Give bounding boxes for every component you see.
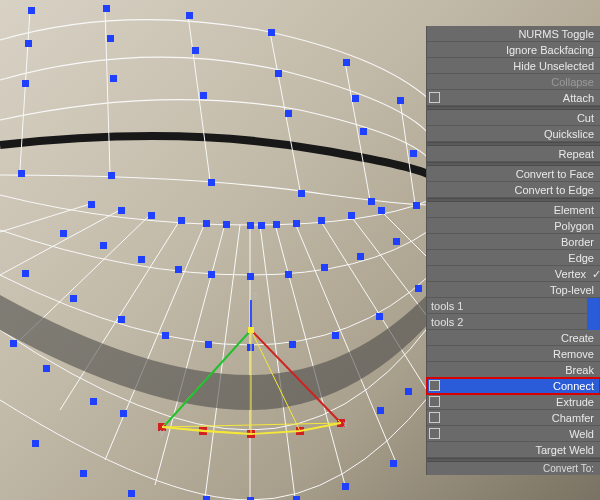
- svg-rect-73: [120, 410, 127, 417]
- context-menu[interactable]: NURMS Toggle Ignore Backfacing Hide Unse…: [426, 26, 600, 475]
- svg-rect-27: [200, 92, 207, 99]
- svg-rect-59: [393, 238, 400, 245]
- menu-label: Weld: [569, 428, 594, 440]
- settings-icon[interactable]: [429, 428, 440, 439]
- menu-quickslice[interactable]: Quickslice: [427, 126, 600, 142]
- svg-rect-81: [293, 496, 300, 500]
- svg-rect-39: [148, 212, 155, 219]
- svg-rect-68: [376, 313, 383, 320]
- menu-remove[interactable]: Remove: [427, 346, 600, 362]
- menu-top-level[interactable]: Top-level: [427, 282, 600, 298]
- svg-line-7: [0, 204, 90, 232]
- svg-line-9: [275, 224, 345, 485]
- menu-label: Connect: [553, 380, 594, 392]
- menu-label: tools 2: [431, 316, 463, 328]
- menu-ignore-backfacing[interactable]: Ignore Backfacing: [427, 42, 600, 58]
- menu-repeat[interactable]: Repeat: [427, 146, 600, 162]
- menu-hide-unselected[interactable]: Hide Unselected: [427, 58, 600, 74]
- menu-extrude[interactable]: Extrude: [427, 394, 600, 410]
- svg-rect-46: [293, 220, 300, 227]
- svg-rect-71: [43, 365, 50, 372]
- svg-rect-45: [273, 221, 280, 228]
- svg-text:x: x: [343, 419, 348, 429]
- menu-convert-to[interactable]: Convert To:: [427, 462, 600, 475]
- svg-text:y: y: [160, 427, 165, 437]
- menu-tools-row: tools 1: [427, 298, 600, 314]
- menu-attach[interactable]: Attach: [427, 90, 600, 106]
- svg-rect-69: [415, 285, 422, 292]
- svg-rect-16: [186, 12, 193, 19]
- svg-rect-52: [138, 256, 145, 263]
- menu-border[interactable]: Border: [427, 234, 600, 250]
- tab-indicator: [587, 314, 599, 330]
- menu-tools-2[interactable]: tools 2: [427, 314, 600, 329]
- menu-cut[interactable]: Cut: [427, 110, 600, 126]
- menu-label: Chamfer: [552, 412, 594, 424]
- mesh-edge: [0, 136, 430, 175]
- svg-rect-22: [192, 47, 199, 54]
- svg-rect-43: [247, 222, 254, 229]
- menu-element[interactable]: Element: [427, 202, 600, 218]
- svg-rect-66: [289, 341, 296, 348]
- menu-label: Extrude: [556, 396, 594, 408]
- svg-rect-67: [332, 332, 339, 339]
- svg-rect-50: [60, 230, 67, 237]
- tab-indicator: [587, 298, 599, 314]
- menu-convert-to-face[interactable]: Convert to Face: [427, 166, 600, 182]
- menu-break[interactable]: Break: [427, 362, 600, 378]
- mesh-edge: [0, 395, 430, 500]
- svg-rect-24: [352, 95, 359, 102]
- svg-rect-77: [80, 470, 87, 477]
- svg-rect-33: [208, 179, 215, 186]
- menu-connect[interactable]: Connect: [427, 378, 600, 394]
- menu-nurms-toggle[interactable]: NURMS Toggle: [427, 26, 600, 42]
- svg-rect-36: [413, 202, 420, 209]
- svg-rect-31: [18, 170, 25, 177]
- svg-rect-61: [70, 295, 77, 302]
- menu-tools-1[interactable]: tools 1: [427, 298, 600, 313]
- svg-rect-56: [285, 271, 292, 278]
- svg-rect-72: [90, 398, 97, 405]
- svg-rect-14: [28, 7, 35, 14]
- svg-rect-42: [223, 221, 230, 228]
- svg-rect-83: [390, 460, 397, 467]
- svg-rect-48: [348, 212, 355, 219]
- svg-rect-60: [22, 270, 29, 277]
- menu-convert-to-edge[interactable]: Convert to Edge: [427, 182, 600, 198]
- menu-weld[interactable]: Weld: [427, 426, 600, 442]
- svg-rect-28: [285, 110, 292, 117]
- svg-rect-30: [410, 150, 417, 157]
- move-gizmo[interactable]: z y x: [160, 290, 348, 437]
- svg-rect-58: [357, 253, 364, 260]
- settings-icon[interactable]: [429, 380, 440, 391]
- svg-rect-20: [25, 40, 32, 47]
- svg-rect-19: [397, 97, 404, 104]
- menu-edge[interactable]: Edge: [427, 250, 600, 266]
- svg-rect-51: [100, 242, 107, 249]
- mesh-dark-band: [0, 290, 432, 410]
- svg-rect-44: [258, 222, 265, 229]
- menu-create[interactable]: Create: [427, 330, 600, 346]
- svg-line-2: [155, 224, 225, 485]
- menu-target-weld[interactable]: Target Weld: [427, 442, 600, 458]
- svg-rect-23: [275, 70, 282, 77]
- svg-rect-64: [205, 341, 212, 348]
- svg-rect-47: [318, 217, 325, 224]
- menu-tools-row: tools 2: [427, 314, 600, 330]
- svg-rect-21: [107, 35, 114, 42]
- settings-icon[interactable]: [429, 396, 440, 407]
- svg-rect-32: [108, 172, 115, 179]
- svg-rect-82: [342, 483, 349, 490]
- menu-polygon[interactable]: Polygon: [427, 218, 600, 234]
- settings-icon[interactable]: [429, 412, 440, 423]
- svg-rect-54: [208, 271, 215, 278]
- mesh-edge: [105, 8, 110, 173]
- menu-vertex[interactable]: Vertex: [427, 266, 600, 282]
- menu-collapse[interactable]: Collapse: [427, 74, 600, 90]
- svg-rect-29: [360, 128, 367, 135]
- svg-rect-18: [343, 59, 350, 66]
- svg-rect-76: [32, 440, 39, 447]
- settings-icon[interactable]: [429, 92, 440, 103]
- svg-rect-17: [268, 29, 275, 36]
- menu-chamfer[interactable]: Chamfer: [427, 410, 600, 426]
